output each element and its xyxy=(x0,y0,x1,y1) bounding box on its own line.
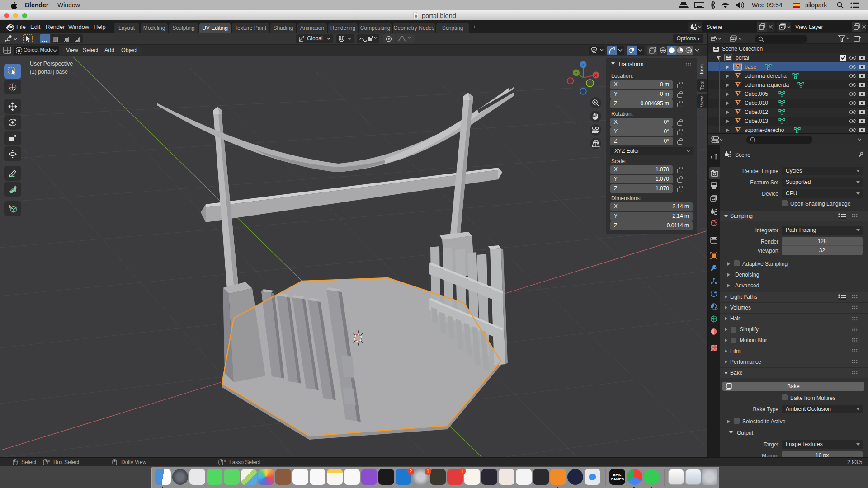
svg-text:Z: Z xyxy=(582,62,585,67)
svg-text:X: X xyxy=(594,73,598,78)
svg-text:Y: Y xyxy=(575,70,578,75)
